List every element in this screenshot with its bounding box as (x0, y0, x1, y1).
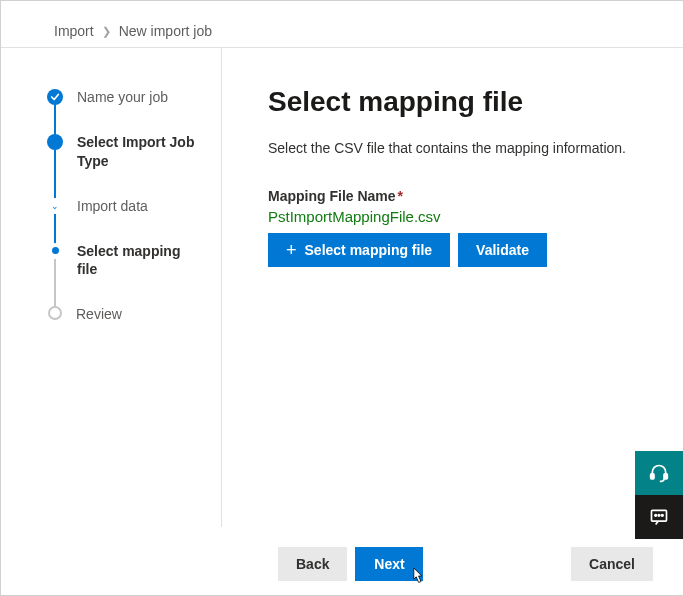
mapping-file-label: Mapping File Name* (268, 188, 653, 204)
dot-icon (47, 243, 63, 259)
cancel-button[interactable]: Cancel (571, 547, 653, 581)
help-headset-icon[interactable] (635, 451, 683, 495)
page-title: Select mapping file (268, 86, 653, 118)
main-content: Select mapping file Select the CSV file … (222, 47, 683, 527)
step-label: Name your job (77, 88, 168, 107)
breadcrumb-current: New import job (119, 23, 212, 39)
select-mapping-file-button[interactable]: + Select mapping file (268, 233, 450, 267)
svg-rect-1 (664, 474, 667, 479)
svg-point-5 (662, 515, 664, 517)
step-select-import-job-type[interactable]: Select Import Job Type (47, 133, 203, 197)
required-mark: * (398, 188, 403, 204)
svg-point-3 (655, 515, 657, 517)
wizard-steps-sidebar: Name your job Select Import Job Type ⌄ I… (1, 47, 222, 527)
step-label: Select mapping file (77, 242, 203, 280)
feedback-chat-icon[interactable] (635, 495, 683, 539)
step-import-data[interactable]: ⌄ Import data (47, 197, 203, 242)
breadcrumb: Import ❯ New import job (1, 1, 683, 47)
back-button[interactable]: Back (278, 547, 347, 581)
plus-icon: + (286, 241, 297, 259)
validate-button[interactable]: Validate (458, 233, 547, 267)
current-step-icon (47, 134, 63, 150)
page-description: Select the CSV file that contains the ma… (268, 138, 628, 158)
chevron-right-icon: ❯ (102, 25, 111, 38)
circle-icon (48, 306, 62, 320)
step-label: Select Import Job Type (77, 133, 203, 171)
step-select-mapping-file[interactable]: Select mapping file (47, 242, 203, 306)
side-action-bar (635, 451, 683, 539)
wizard-footer: Back Next Cancel (1, 533, 683, 595)
step-name-your-job[interactable]: Name your job (47, 88, 203, 133)
step-label: Import data (77, 197, 148, 216)
next-button[interactable]: Next (355, 547, 423, 581)
step-label: Review (76, 305, 122, 324)
step-review[interactable]: Review (47, 305, 203, 350)
chevron-down-icon: ⌄ (47, 198, 63, 214)
selected-filename: PstImportMappingFile.csv (268, 208, 653, 225)
svg-rect-0 (651, 474, 654, 479)
svg-point-4 (658, 515, 660, 517)
check-icon (47, 89, 63, 105)
breadcrumb-root[interactable]: Import (54, 23, 94, 39)
